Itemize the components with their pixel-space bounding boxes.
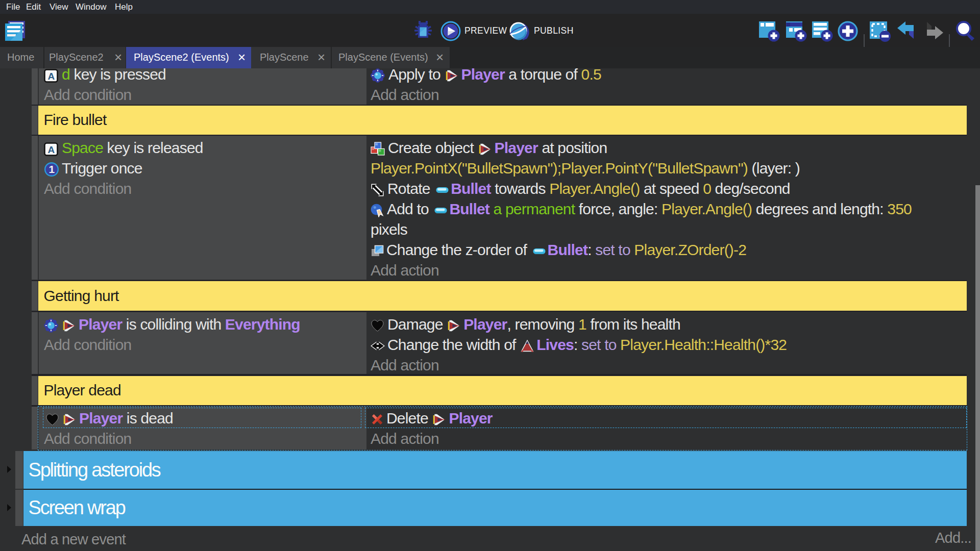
- svg-text:A: A: [48, 71, 55, 82]
- svg-text:1: 1: [49, 163, 55, 175]
- svg-text:A: A: [48, 144, 55, 155]
